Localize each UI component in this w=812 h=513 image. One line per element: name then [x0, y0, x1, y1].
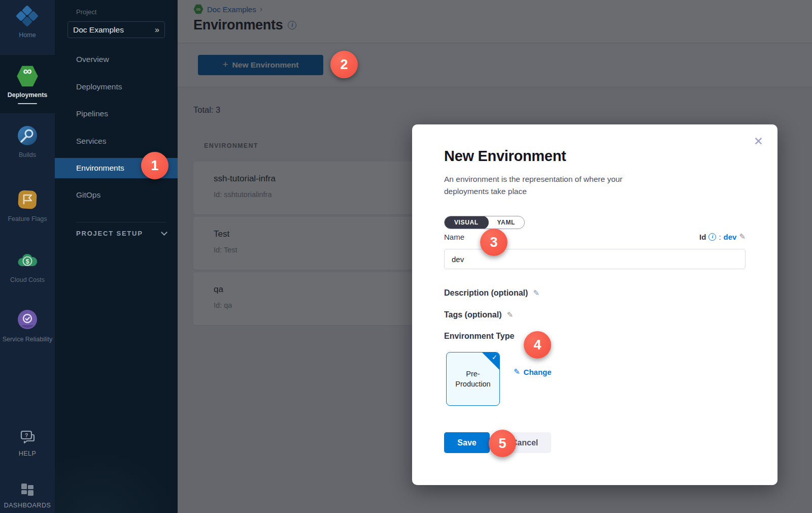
module-sidebar: Home ∞ Deployments Builds	[0, 0, 55, 513]
feature-flags-icon	[17, 189, 38, 210]
description-label: Description (optional)	[444, 288, 528, 298]
deployments-icon: ∞	[16, 65, 39, 87]
svg-text:?: ?	[25, 432, 28, 438]
step-badge-1: 1	[141, 152, 168, 179]
sidebar-item-overview[interactable]: Overview	[55, 49, 178, 70]
double-chevron-icon: »	[155, 25, 159, 35]
change-type-link[interactable]: ✎ Change	[514, 367, 552, 376]
sidebar-item-home[interactable]: Home	[0, 6, 55, 39]
sidebar-item-help[interactable]: ? HELP	[0, 430, 55, 458]
info-icon[interactable]: i	[708, 233, 716, 241]
project-setup-toggle[interactable]: PROJECT SETUP	[76, 230, 166, 237]
save-button[interactable]: Save	[444, 432, 490, 453]
tab-visual[interactable]: VISUAL	[444, 216, 489, 229]
environment-type-label: Environment Type	[444, 332, 514, 341]
sidebar-item-label: HELP	[0, 450, 55, 458]
edit-pencil-icon: ✎	[514, 367, 520, 376]
project-section-label: Project	[76, 8, 96, 16]
sidebar-item-builds[interactable]: Builds	[0, 125, 55, 159]
step-badge-2: 2	[330, 51, 358, 78]
sidebar-item-feature-flags[interactable]: Feature Flags	[0, 189, 55, 223]
type-card-label: Pre-Production	[452, 369, 494, 389]
sidebar-item-label: Feature Flags	[0, 215, 55, 223]
sidebar-item-label: Cloud Costs	[0, 276, 55, 284]
edit-description-pencil-icon[interactable]: ✎	[533, 288, 539, 298]
sidebar-item-label: DASHBOARDS	[0, 502, 55, 509]
step-badge-3: 3	[480, 229, 507, 256]
harness-home-icon	[16, 6, 39, 26]
step-badge-4: 4	[524, 331, 551, 359]
id-label: Id	[699, 233, 706, 241]
id-value: dev	[724, 233, 737, 241]
modal-title: New Environment	[444, 148, 566, 165]
sidebar-item-services[interactable]: Services	[55, 131, 178, 151]
project-name: Doc Examples	[73, 25, 155, 35]
change-label: Change	[524, 368, 552, 376]
active-module-underline	[18, 103, 37, 104]
sidebar-item-dashboards[interactable]: DASHBOARDS	[0, 483, 55, 509]
id-separator: :	[719, 233, 721, 241]
sidebar-item-label: Home	[0, 31, 55, 39]
step-badge-5: 5	[489, 430, 516, 457]
sidebar-item-label: Service Reliability	[0, 335, 55, 344]
sidebar-item-label: Deployments	[0, 91, 55, 99]
sidebar-item-label: Builds	[0, 151, 55, 159]
sidebar-item-service-reliability[interactable]: Service Reliability	[0, 309, 55, 344]
sidebar-item-gitops[interactable]: GitOps	[55, 185, 178, 205]
project-sidebar: Project Doc Examples » Overview Deployme…	[55, 0, 178, 513]
project-setup-label: PROJECT SETUP	[76, 230, 143, 237]
visual-yaml-toggle: VISUAL YAML	[444, 216, 525, 229]
project-selector[interactable]: Doc Examples »	[67, 21, 165, 38]
service-reliability-icon	[17, 309, 38, 330]
check-icon: ✓	[492, 354, 497, 361]
modal-description: An environment is the representation of …	[444, 173, 662, 198]
divider	[76, 222, 166, 222]
harness-app: Home ∞ Deployments Builds	[0, 0, 812, 513]
tab-yaml[interactable]: YAML	[488, 216, 524, 229]
cloud-costs-icon: $	[16, 251, 39, 271]
sidebar-item-project-deployments[interactable]: Deployments	[55, 77, 178, 97]
builds-icon	[17, 125, 38, 146]
sidebar-item-cloud-costs[interactable]: $ Cloud Costs	[0, 251, 55, 284]
edit-id-pencil-icon[interactable]: ✎	[739, 232, 746, 241]
name-label: Name	[444, 233, 464, 241]
sidebar-item-pipelines[interactable]: Pipelines	[55, 104, 178, 124]
new-environment-modal: ✕ New Environment An environment is the …	[412, 124, 777, 485]
id-group: Id i : dev ✎	[699, 232, 746, 241]
tags-label: Tags (optional)	[444, 310, 501, 319]
svg-text:$: $	[26, 258, 29, 265]
sidebar-item-deployments[interactable]: ∞ Deployments	[0, 65, 55, 104]
chevron-down-icon	[161, 229, 167, 236]
help-icon: ?	[19, 430, 36, 445]
pre-production-type-card[interactable]: Pre-Production ✓	[446, 352, 500, 406]
dashboards-icon	[20, 483, 35, 497]
close-icon[interactable]: ✕	[754, 136, 763, 147]
edit-tags-pencil-icon[interactable]: ✎	[506, 310, 513, 319]
